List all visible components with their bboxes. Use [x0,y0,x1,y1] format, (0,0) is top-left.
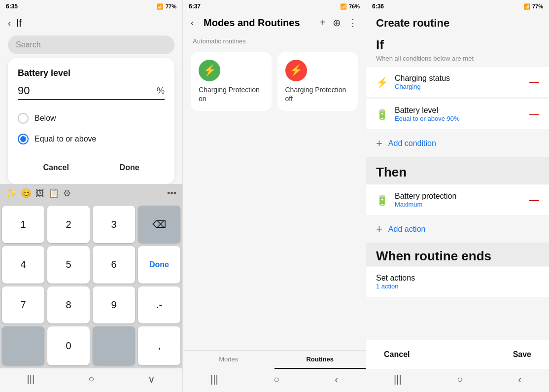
emoji-icon[interactable]: 😊 [21,188,32,199]
keyboard: 1 2 3 ⌫ 4 5 6 Done 7 8 9 .- 0 ， [0,203,182,368]
key-7[interactable]: 7 [2,286,44,323]
charging-status-value: Charging [395,83,522,90]
if-description: When all conditions below are met [366,55,549,66]
set-actions-row[interactable]: Set actions 1 action [366,267,549,297]
battery-protection-remove[interactable]: — [529,194,539,206]
charging-status-icon: ⚡ [376,76,388,88]
time-2: 6:37 [189,3,201,10]
nav-home-icon-3[interactable]: ○ [457,374,463,385]
key-1[interactable]: 1 [2,206,44,243]
clipboard-icon[interactable]: 📋 [48,188,59,199]
set-actions-title: Set actions [376,274,539,283]
key-dot-dash[interactable]: .- [138,286,180,323]
radio-circle-equal[interactable] [18,134,29,144]
routine-icon-on: ⚡ [199,60,220,81]
status-bar-3: 6:36 📶 77% [366,0,549,13]
routine-name-on: Charging Protection on [199,85,264,103]
back-button-2[interactable]: ‹ [191,18,194,28]
if-heading: If [366,32,549,55]
add-action-row[interactable]: + Add action [366,216,549,243]
routines-grid: ⚡ Charging Protection on ⚡ Charging Prot… [183,48,366,115]
p2-header: ‹ Modes and Routines + ⊕ ⋮ [183,13,366,33]
panel-battery-level: 6:35 📶 77% ‹ If Search Battery level % B… [0,0,183,392]
p2-bottom-nav: Modes Routines [183,350,366,369]
nav-home-icon-2[interactable]: ○ [274,374,279,385]
magic-icon[interactable]: ✨ [6,188,17,199]
nav-bar-1: ||| ○ ∨ [0,368,182,392]
add-action-label[interactable]: Add action [388,225,426,234]
charging-status-remove[interactable]: — [529,76,539,88]
dialog-buttons: Cancel Done [18,155,165,176]
discover-icon[interactable]: ⊕ [333,17,341,29]
key-3[interactable]: 3 [93,206,135,243]
page-title-1: If [16,17,22,30]
when-ends-heading: When routine ends [366,243,549,266]
set-actions-text: Set actions 1 action [376,274,539,290]
battery-value-input[interactable] [18,84,157,97]
panel-modes-routines: 6:37 📶 76% ‹ Modes and Routines + ⊕ ⋮ Au… [183,0,366,392]
search-bar-1[interactable]: Search [8,36,174,54]
cancel-routine-button[interactable]: Cancel [376,346,417,363]
battery-3: 77% [532,3,543,9]
key-comma[interactable]: ， [138,326,180,365]
nav-back-icon-2[interactable]: ‹ [335,374,338,385]
create-routine-header: Create routine [366,13,549,32]
battery-level-icon: 🔋 [376,108,388,120]
radio-circle-below[interactable] [18,113,29,124]
status-icons-3: 📶 77% [523,3,543,10]
panel-create-routine: 6:36 📶 77% Create routine If When all co… [366,0,549,392]
nav-modes[interactable]: Modes [183,351,274,369]
radio-below[interactable]: Below [18,108,165,129]
more-icon[interactable]: ••• [167,188,176,199]
add-condition-icon: + [376,137,382,150]
p3-bottom-buttons: Cancel Save [366,340,549,369]
battery-dialog: Battery level % Below Equal to or above … [8,58,174,184]
add-condition-label[interactable]: Add condition [388,139,436,148]
add-routine-button[interactable]: + [320,17,326,29]
nav-bar-2: ||| ○ ‹ [183,369,366,392]
routines-section-label: Automatic routines [183,33,366,48]
add-condition-row[interactable]: + Add condition [366,130,549,157]
routine-card-off[interactable]: ⚡ Charging Protection off [277,52,358,111]
nav-menu-icon-2[interactable]: ||| [210,374,218,385]
key-done[interactable]: Done [138,246,180,283]
set-actions-sub: 1 action [376,283,539,290]
save-routine-button[interactable]: Save [505,346,539,363]
nav-home-icon-1[interactable]: ○ [88,373,94,385]
battery-2: 76% [349,3,360,9]
action-battery-protection[interactable]: 🔋 Battery protection Maximum — [366,185,549,215]
battery-level-name: Battery level [395,106,522,115]
add-action-icon: + [376,223,382,236]
settings-icon[interactable]: ⚙ [63,188,71,199]
radio-inner-equal [20,136,26,142]
key-6[interactable]: 6 [93,246,135,283]
battery-level-remove[interactable]: — [529,108,539,120]
key-2[interactable]: 2 [47,206,90,243]
condition-charging-status[interactable]: ⚡ Charging status Charging — [366,67,549,97]
cancel-button[interactable]: Cancel [31,159,80,176]
done-button[interactable]: Done [108,159,151,176]
charging-status-text: Charging status Charging [395,74,522,90]
nav-menu-icon-3[interactable]: ||| [394,374,402,385]
more-options-icon[interactable]: ⋮ [348,17,358,29]
key-9[interactable]: 9 [93,286,135,323]
key-0[interactable]: 0 [47,326,90,365]
nav-menu-icon-1[interactable]: ||| [27,373,35,385]
key-delete[interactable]: ⌫ [138,206,180,243]
status-icons-1: 📶 77% [157,3,176,10]
nav-routines[interactable]: Routines [274,351,366,369]
signal-icon-2: 📶 [340,3,347,10]
key-5[interactable]: 5 [47,246,90,283]
percent-sign: % [157,86,165,96]
condition-battery-level[interactable]: 🔋 Battery level Equal to or above 90% — [366,99,549,129]
key-8[interactable]: 8 [47,286,90,323]
nav-back-icon-3[interactable]: ‹ [518,374,521,385]
routine-card-on[interactable]: ⚡ Charging Protection on [191,52,272,111]
routine-name-off: Charging Protection off [285,85,350,103]
nav-back-icon-1[interactable]: ∨ [148,373,155,385]
key-4[interactable]: 4 [2,246,44,283]
radio-equal-above[interactable]: Equal to or above [18,129,165,149]
sticker-icon[interactable]: 🖼 [35,188,44,199]
time-3: 6:36 [372,3,384,10]
back-button-1[interactable]: ‹ [8,18,11,29]
